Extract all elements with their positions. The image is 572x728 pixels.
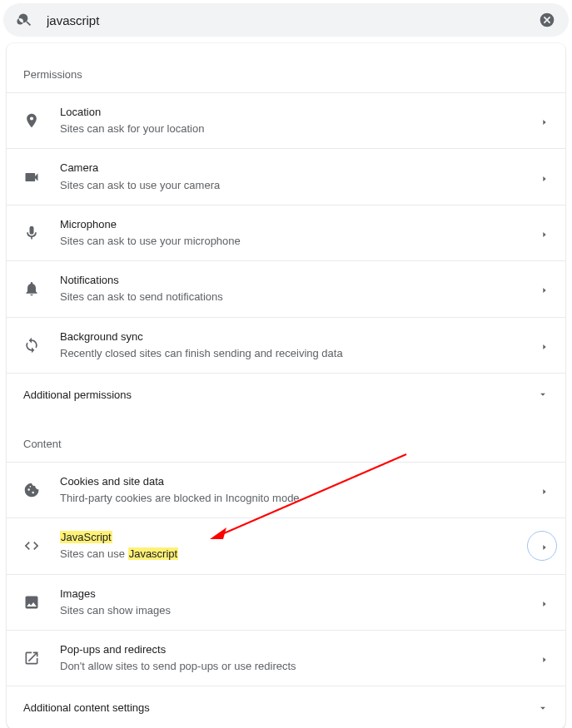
row-title: JavaScript bbox=[60, 530, 540, 545]
code-icon bbox=[23, 537, 40, 554]
row-subtitle: Don't allow sites to send pop-ups or use… bbox=[60, 659, 540, 674]
search-bar[interactable] bbox=[3, 3, 569, 37]
content-heading: Content bbox=[7, 416, 565, 462]
chevron-right-icon bbox=[540, 598, 549, 607]
row-cookies[interactable]: Cookies and site data Third-party cookie… bbox=[7, 462, 565, 518]
row-title: Microphone bbox=[60, 217, 540, 232]
row-javascript[interactable]: JavaScript Sites can use Javascript bbox=[7, 518, 565, 573]
camera-icon bbox=[23, 169, 40, 186]
additional-permissions[interactable]: Additional permissions bbox=[7, 373, 565, 416]
chevron-right-icon bbox=[540, 116, 549, 125]
row-images[interactable]: Images Sites can show images bbox=[7, 574, 565, 630]
search-icon bbox=[17, 12, 33, 28]
chevron-right-icon bbox=[540, 542, 549, 550]
row-title: Camera bbox=[60, 161, 540, 176]
row-microphone[interactable]: Microphone Sites can ask to use your mic… bbox=[7, 205, 565, 260]
row-location[interactable]: Location Sites can ask for your location bbox=[7, 92, 565, 148]
clear-search-icon[interactable] bbox=[539, 12, 555, 28]
chevron-right-icon bbox=[540, 285, 549, 293]
cookie-icon bbox=[23, 482, 40, 498]
row-subtitle: Third-party cookies are blocked in Incog… bbox=[60, 491, 540, 506]
row-subtitle: Sites can use Javascript bbox=[60, 547, 540, 562]
chevron-right-icon bbox=[540, 341, 549, 349]
row-subtitle: Recently closed sites can finish sending… bbox=[60, 346, 540, 361]
notifications-icon bbox=[23, 280, 40, 297]
row-title: Notifications bbox=[60, 273, 540, 288]
row-subtitle: Sites can ask to use your microphone bbox=[60, 234, 540, 249]
chevron-right-icon bbox=[540, 486, 549, 494]
chevron-down-icon bbox=[537, 702, 549, 714]
chevron-right-icon bbox=[540, 173, 549, 181]
row-camera[interactable]: Camera Sites can ask to use your camera bbox=[7, 148, 565, 204]
highlight: JavaScript bbox=[60, 531, 112, 543]
row-subtitle: Sites can ask for your location bbox=[60, 121, 540, 136]
additional-content-settings[interactable]: Additional content settings bbox=[7, 686, 565, 728]
expander-label: Additional permissions bbox=[23, 389, 132, 401]
row-background-sync[interactable]: Background sync Recently closed sites ca… bbox=[7, 317, 565, 373]
row-title: Pop-ups and redirects bbox=[60, 642, 540, 657]
chevron-right-icon bbox=[540, 229, 549, 237]
row-subtitle: Sites can ask to use your camera bbox=[60, 178, 540, 193]
microphone-icon bbox=[23, 225, 40, 241]
row-title: Cookies and site data bbox=[60, 474, 540, 489]
chevron-down-icon bbox=[537, 389, 549, 400]
sync-icon bbox=[23, 337, 40, 354]
row-subtitle: Sites can show images bbox=[60, 603, 540, 618]
popup-icon bbox=[23, 650, 40, 666]
chevron-right-icon bbox=[540, 654, 549, 662]
row-notifications[interactable]: Notifications Sites can ask to send noti… bbox=[7, 260, 565, 316]
location-icon bbox=[23, 112, 40, 129]
highlight: Javascript bbox=[128, 547, 179, 560]
settings-panel: Permissions Location Sites can ask for y… bbox=[7, 43, 565, 728]
row-title: Location bbox=[60, 105, 540, 120]
row-title: Images bbox=[60, 587, 540, 602]
image-icon bbox=[23, 594, 40, 611]
row-title: Background sync bbox=[60, 329, 540, 344]
row-popups[interactable]: Pop-ups and redirects Don't allow sites … bbox=[7, 630, 565, 686]
permissions-heading: Permissions bbox=[7, 60, 565, 92]
expander-label: Additional content settings bbox=[23, 701, 150, 714]
search-input[interactable] bbox=[47, 13, 539, 27]
row-subtitle: Sites can ask to send notifications bbox=[60, 290, 540, 305]
